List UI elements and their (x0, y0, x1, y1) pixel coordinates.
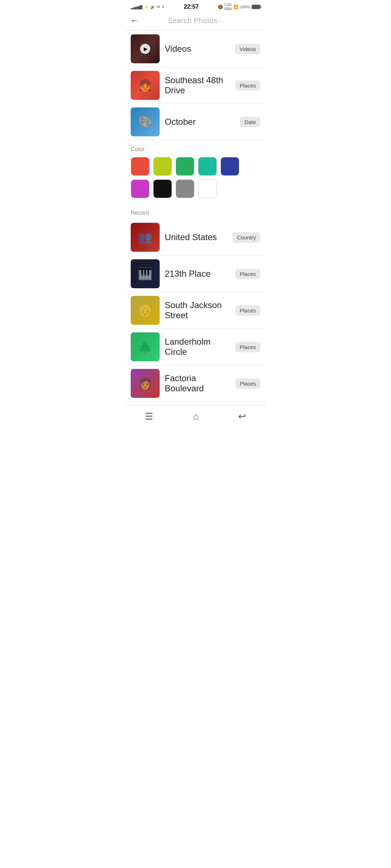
wifi-icon: 📶 (234, 5, 239, 9)
thumb-art-factoria: 👩 (131, 369, 160, 398)
item-label-landerholm: Landerholm Circle (165, 337, 230, 357)
badge-factoria[interactable]: Places (235, 378, 260, 389)
item-label-jackson: South Jackson Street (165, 300, 230, 320)
color-swatch-black[interactable] (153, 179, 172, 198)
status-time: 22:57 (184, 4, 199, 10)
badge-213th[interactable]: Places (235, 269, 260, 279)
back-button[interactable]: ← (131, 16, 139, 25)
vol-icon: 🔊 (150, 5, 155, 9)
color-section-label: Color (125, 140, 266, 156)
signal-icon: ▂▄▅▇ (131, 5, 142, 9)
status-right: 🔕 0.00KB/s 📶 100% (218, 3, 260, 11)
item-label-october: October (165, 117, 235, 127)
color-swatch-red[interactable] (131, 157, 150, 176)
thumbnail-us: 👥 (131, 223, 160, 252)
home-button[interactable]: ⌂ (193, 411, 199, 422)
item-label-videos: Videos (165, 44, 230, 54)
item-label-united-states: United States (165, 232, 227, 242)
thumb-art-us: 👥 (131, 223, 160, 252)
item-label-factoria: Factoria Boulevard (165, 373, 230, 393)
badge-landerholm[interactable]: Places (235, 342, 260, 352)
list-item-213th[interactable]: 🎹 213th Place Places (125, 256, 266, 292)
thumbnail-213: 🎹 (131, 259, 160, 288)
bt-icon: ✳ (161, 5, 165, 9)
color-swatch-purple[interactable] (131, 179, 150, 198)
color-swatch-teal[interactable] (198, 157, 217, 176)
thumb-art-southeast: 👧 (131, 71, 160, 100)
thumbnail-factoria: 👩 (131, 369, 160, 398)
badge-united-states[interactable]: Country (232, 232, 260, 243)
back-nav-button[interactable]: ↩ (238, 411, 246, 422)
thumbnail-videos: ▶ (131, 34, 160, 63)
speed-label: 0.00KB/s (224, 3, 232, 11)
thumbnail-landerholm: 🌲 (131, 332, 160, 361)
badge-jackson[interactable]: Places (235, 305, 260, 316)
thumbnail-jackson: 👴 (131, 296, 160, 325)
item-label-213th: 213th Place (165, 269, 230, 279)
thumbnail-southeast: 👧 (131, 71, 160, 100)
thumbnail-october: 🎨 (131, 107, 160, 136)
color-swatch-green[interactable] (176, 157, 194, 176)
badge-videos[interactable]: Videos (235, 44, 260, 54)
status-left: ▂▄▅▇ ⚡ 🔊 ✉ ✳ (131, 5, 165, 9)
color-swatch-white[interactable] (198, 179, 217, 198)
mail-icon: ✉ (157, 5, 160, 9)
battery-percent: 100% (240, 5, 250, 9)
list-item-jackson[interactable]: 👴 South Jackson Street Places (125, 292, 266, 329)
list-item-united-states[interactable]: 👥 United States Country (125, 219, 266, 256)
recent-section-label: Recent (125, 204, 266, 219)
thumb-art-october: 🎨 (131, 107, 160, 136)
list-item-factoria[interactable]: 👩 Factoria Boulevard Places (125, 365, 266, 402)
badge-october[interactable]: Date (240, 117, 260, 127)
color-swatch-blue[interactable] (220, 157, 239, 176)
color-row (125, 156, 266, 204)
search-placeholder[interactable]: Search Photos··· (142, 17, 260, 25)
list-item-southeast[interactable]: 👧 Southeast 48th Drive Places (125, 67, 266, 104)
thumb-art-jackson: 👴 (131, 296, 160, 325)
thumb-art-landerholm: 🌲 (131, 332, 160, 361)
list-item-videos[interactable]: ▶ Videos Videos (125, 31, 266, 67)
color-swatch-yellow-green[interactable] (153, 157, 172, 176)
battery-icon (252, 5, 260, 9)
search-header: ← Search Photos··· (125, 12, 266, 31)
thumb-art-213: 🎹 (131, 259, 160, 288)
badge-southeast[interactable]: Places (235, 80, 260, 91)
color-swatch-gray[interactable] (176, 179, 194, 198)
status-bar: ▂▄▅▇ ⚡ 🔊 ✉ ✳ 22:57 🔕 0.00KB/s 📶 100% (125, 0, 266, 12)
menu-button[interactable]: ☰ (145, 411, 153, 422)
list-item-october[interactable]: 🎨 October Date (125, 104, 266, 140)
bottom-nav: ☰ ⌂ ↩ (125, 405, 266, 429)
list-item-landerholm[interactable]: 🌲 Landerholm Circle Places (125, 329, 266, 365)
item-label-southeast: Southeast 48th Drive (165, 75, 230, 95)
usb-icon: ⚡ (144, 5, 149, 9)
play-icon: ▶ (140, 44, 150, 54)
alarm-icon: 🔕 (218, 5, 223, 9)
